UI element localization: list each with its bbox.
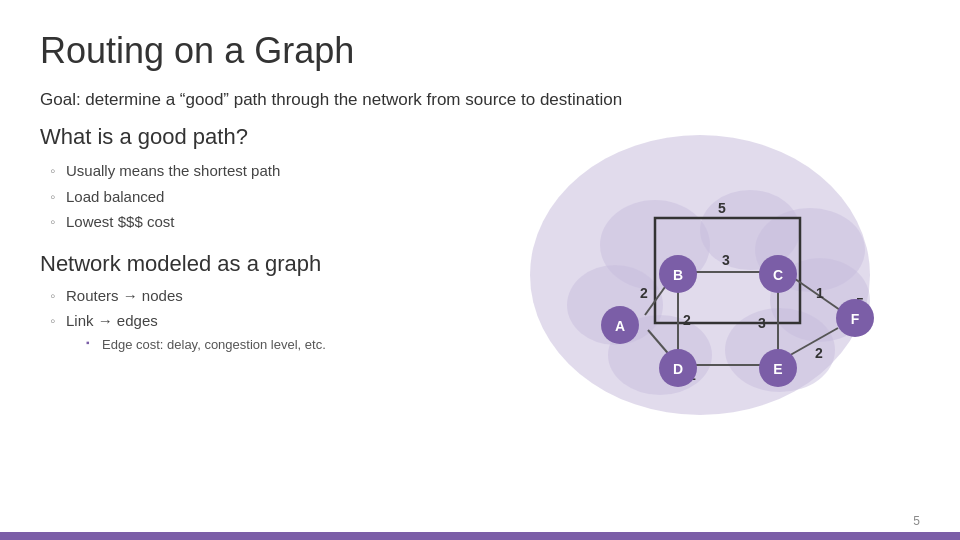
svg-text:1: 1: [816, 285, 824, 301]
svg-text:2: 2: [683, 312, 691, 328]
svg-text:C: C: [773, 267, 783, 283]
page-number: 5: [913, 514, 920, 528]
svg-text:2: 2: [640, 285, 648, 301]
svg-text:2: 2: [815, 345, 823, 361]
graph-svg: 5 3 2 2 1 3 1 2 5 B C A: [500, 100, 920, 460]
svg-text:5: 5: [718, 200, 726, 216]
graph-area: 5 3 2 2 1 3 1 2 5 B C A: [500, 100, 920, 460]
slide: Routing on a Graph Goal: determine a “go…: [0, 0, 960, 540]
svg-text:B: B: [673, 267, 683, 283]
bottom-bar: [0, 532, 960, 540]
svg-text:A: A: [615, 318, 625, 334]
svg-text:F: F: [851, 311, 860, 327]
slide-title: Routing on a Graph: [40, 30, 920, 72]
svg-text:D: D: [673, 361, 683, 377]
svg-text:3: 3: [758, 315, 766, 331]
svg-text:3: 3: [722, 252, 730, 268]
svg-text:E: E: [773, 361, 782, 377]
